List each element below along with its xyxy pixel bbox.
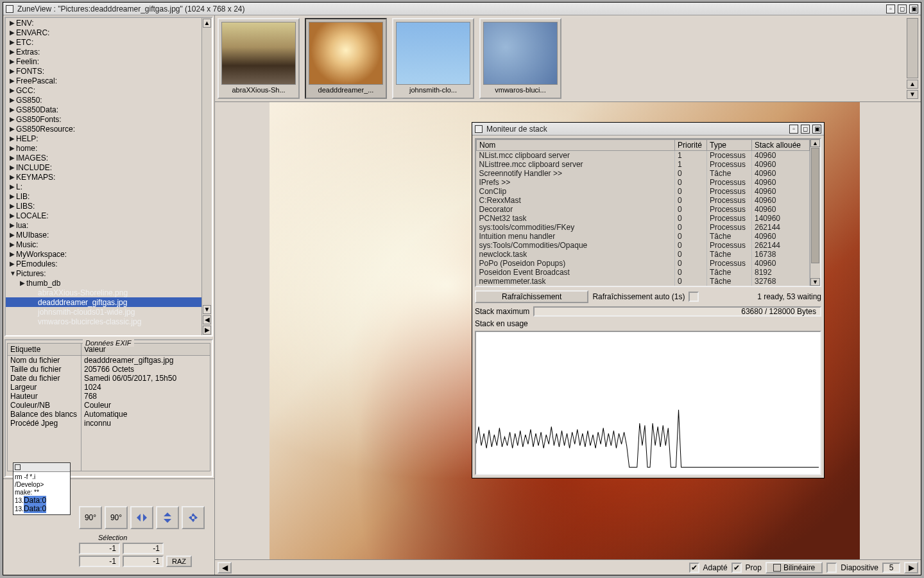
- tree-item[interactable]: ▶ Music:: [6, 240, 201, 249]
- raz-button[interactable]: RAZ: [166, 556, 192, 567]
- sel-y1[interactable]: [123, 543, 164, 554]
- main-titlebar[interactable]: ZuneView : "Pictures:deadddreamer_giftga…: [3, 3, 921, 15]
- process-row[interactable]: sys:tools/commodities/FKey0Processus2621…: [477, 223, 810, 232]
- adapte-checkbox[interactable]: ✔: [689, 563, 699, 573]
- tree-item[interactable]: ▶ HELP:: [6, 134, 201, 143]
- tree-item[interactable]: ▶ Extras:: [6, 47, 201, 57]
- rotate-right-button[interactable]: 90°: [105, 506, 128, 529]
- process-row[interactable]: newclock.task0Tâche16738: [477, 250, 810, 259]
- monitor-scrollbar[interactable]: ▲ ▼: [810, 139, 820, 286]
- monitor-depth-icon[interactable]: ▣: [812, 125, 821, 134]
- scroll-down-icon[interactable]: ▼: [203, 305, 211, 314]
- process-row[interactable]: C:RexxMast0Processus40960: [477, 196, 810, 205]
- process-table[interactable]: Nom Priorité Type Stack allouée NList.mc…: [475, 138, 821, 287]
- scroll-left-icon[interactable]: ◀: [203, 315, 211, 324]
- process-row[interactable]: Screennotify Handler >>0Tâche40960: [477, 169, 810, 178]
- tree-item[interactable]: ▶ LIBS:: [6, 201, 201, 211]
- tree-item[interactable]: ▶ LOCALE:: [6, 211, 201, 220]
- prop-checkbox[interactable]: ✔: [732, 563, 742, 573]
- next-image-button[interactable]: ▶: [904, 562, 918, 574]
- process-row[interactable]: Intuition menu handler0Tâche40960: [477, 232, 810, 241]
- tree-item[interactable]: ▶ ENVARC:: [6, 28, 201, 37]
- sel-x1[interactable]: [79, 543, 120, 554]
- process-row[interactable]: PoPo (Poseidon Popups)0Processus40960: [477, 259, 810, 268]
- refresh-button[interactable]: Rafraîchissement: [475, 290, 588, 303]
- thumbs-up-icon[interactable]: ▲: [907, 80, 918, 89]
- process-row[interactable]: newmemmeter.task0Tâche32768: [477, 277, 810, 286]
- diapo-checkbox[interactable]: [826, 563, 837, 573]
- rotate-left-button[interactable]: 90°: [79, 506, 102, 529]
- process-row[interactable]: IPrefs >>0Processus40960: [477, 178, 810, 187]
- tree-item[interactable]: ▶ L:: [6, 182, 201, 191]
- tree-item[interactable]: ▶ MUIbase:: [6, 230, 201, 240]
- process-row[interactable]: ConClip0Processus40960: [477, 187, 810, 196]
- monitor-close-icon[interactable]: [475, 125, 483, 133]
- tree-item[interactable]: ▶ ETC:: [6, 37, 201, 47]
- sel-y2[interactable]: [123, 556, 164, 567]
- monitor-iconify-icon[interactable]: ▫: [789, 125, 798, 134]
- thumbnail-card[interactable]: deadddreamer_...: [305, 18, 387, 99]
- console-window[interactable]: rm -f *.i/Develop>make: **13.Data:013.Da…: [13, 462, 71, 515]
- thumbnail-card[interactable]: vmwaros-bluci...: [479, 18, 561, 99]
- process-row[interactable]: NList.mcc clipboard server1Processus4096…: [477, 151, 810, 161]
- mon-scroll-up-icon[interactable]: ▲: [810, 139, 820, 147]
- flip-v-button[interactable]: [156, 506, 179, 529]
- tree-item[interactable]: ▶ GS850Data:: [6, 105, 201, 114]
- folder-tree[interactable]: ▶ ENV:▶ ENVARC:▶ ETC:▶ Extras:▶ Feelin:▶…: [4, 17, 213, 337]
- tree-item[interactable]: ▶ FreePascal:: [6, 76, 201, 85]
- tree-item[interactable]: ▶ GCC:: [6, 85, 201, 95]
- tree-item[interactable]: johnsmith-clouds01-wide.jpg: [6, 307, 201, 317]
- depth-icon[interactable]: ▣: [909, 4, 918, 13]
- tree-item[interactable]: abraXXious-Shoreline.png: [6, 288, 201, 297]
- tree-item[interactable]: ▶ GS850Resource:: [6, 124, 201, 134]
- col-priorite[interactable]: Priorité: [675, 140, 707, 151]
- process-row[interactable]: NListtree.mcc clipboard server1Processus…: [477, 160, 810, 169]
- tree-item[interactable]: vmwaros-blucircles-classic.jpg: [6, 317, 201, 326]
- tree-item[interactable]: ▶ lua:: [6, 220, 201, 230]
- process-row[interactable]: Decorator0Processus40960: [477, 205, 810, 214]
- tree-item[interactable]: ▶ ENV:: [6, 18, 201, 28]
- tree-item[interactable]: ▶ LIB:: [6, 191, 201, 201]
- tree-item[interactable]: ▶ GS850:: [6, 95, 201, 105]
- col-stack[interactable]: Stack allouée: [752, 140, 810, 151]
- col-nom[interactable]: Nom: [477, 140, 675, 151]
- process-row[interactable]: Poseidon Event Broadcast0Tâche8192: [477, 268, 810, 277]
- tree-item[interactable]: ▶ IMAGES:: [6, 153, 201, 162]
- scroll-up-icon[interactable]: ▲: [203, 19, 211, 28]
- exif-value: 768: [81, 392, 210, 401]
- tree-item[interactable]: ▶ FONTS:: [6, 66, 201, 76]
- iconify-icon[interactable]: ▫: [886, 4, 895, 13]
- tree-scrollbar[interactable]: ▲ ▼ ◀ ▶: [201, 18, 212, 335]
- filter-cycle[interactable]: Bilinéaire: [766, 562, 823, 574]
- zoom-icon[interactable]: ◻: [898, 4, 907, 13]
- sel-x2[interactable]: [79, 556, 120, 567]
- process-row[interactable]: PCNet32 task0Processus140960: [477, 214, 810, 223]
- tree-item[interactable]: ▶ GS850Fonts:: [6, 114, 201, 124]
- tree-item[interactable]: ▶ MyWorkspace:: [6, 249, 201, 259]
- tree-item[interactable]: ▶ home:: [6, 143, 201, 153]
- tree-item[interactable]: ▶ PEmodules:: [6, 259, 201, 268]
- monitor-titlebar[interactable]: Moniteur de stack ▫ ◻ ▣: [472, 123, 824, 136]
- mon-scroll-down-icon[interactable]: ▼: [810, 278, 820, 286]
- thumbs-down-icon[interactable]: ▼: [907, 90, 918, 99]
- tree-item[interactable]: ▶ KEYMAPS:: [6, 172, 201, 182]
- thumbnail-card[interactable]: johnsmith-clo...: [392, 18, 474, 99]
- monitor-zoom-icon[interactable]: ◻: [801, 125, 810, 134]
- tree-item[interactable]: deadddreamer_giftgas.jpg: [6, 297, 201, 307]
- console-close-icon[interactable]: [15, 464, 21, 470]
- close-icon[interactable]: [6, 5, 13, 13]
- scroll-right-icon[interactable]: ▶: [203, 326, 211, 335]
- tree-item[interactable]: ▼ Pictures:: [6, 268, 201, 278]
- diapo-value[interactable]: 5: [882, 563, 900, 573]
- tree-item[interactable]: ▶ INCLUDE:: [6, 162, 201, 172]
- flip-h-button[interactable]: [130, 506, 153, 529]
- tree-item[interactable]: ▶ Feelin:: [6, 57, 201, 66]
- thumbnail-card[interactable]: abraXXious-Sh...: [218, 18, 300, 99]
- col-type[interactable]: Type: [707, 140, 752, 151]
- prev-image-button[interactable]: ◀: [218, 562, 232, 574]
- thumbs-scrollbar[interactable]: ▲ ▼: [907, 18, 918, 99]
- tree-item[interactable]: ▶ thumb_db: [6, 278, 201, 288]
- process-row[interactable]: sys:Tools/Commodities/Opaque0Processus26…: [477, 241, 810, 250]
- auto-refresh-checkbox[interactable]: [689, 292, 699, 302]
- resize-button[interactable]: [182, 506, 205, 529]
